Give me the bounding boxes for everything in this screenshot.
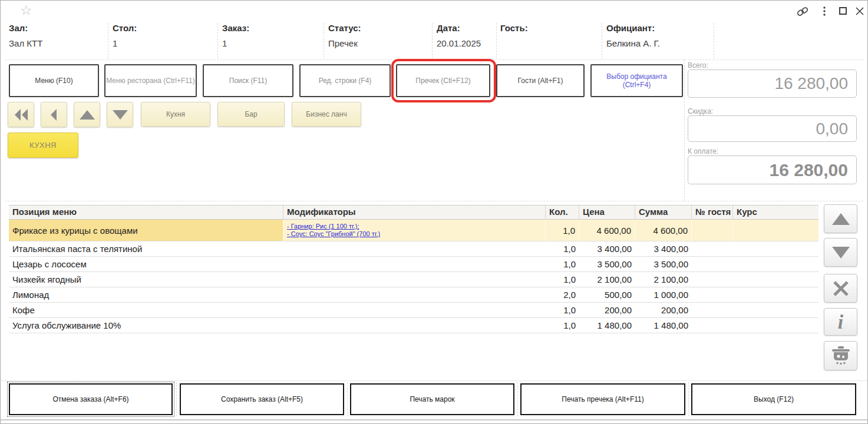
- triangle-up-icon: [831, 211, 851, 227]
- table-row[interactable]: Цезарь с лососем1,03 500,003 500,00: [9, 257, 819, 272]
- field-waiter: Официант: Белкина А. Г.: [606, 23, 660, 48]
- modifiers-cell: [283, 257, 546, 271]
- precheck-button[interactable]: Пречек (Ctl+F12): [396, 64, 490, 97]
- send-to-kitchen-button[interactable]: [824, 341, 857, 370]
- table-row[interactable]: Кофе1,0200,00200,00: [9, 303, 819, 318]
- bottom-separator: [176, 382, 177, 416]
- info-icon: i: [838, 312, 843, 332]
- nav-prev-button[interactable]: [41, 102, 67, 127]
- restaurant-menu-button[interactable]: Меню ресторана (Ctrl+F11): [104, 64, 197, 97]
- price-value: 3 500,00: [579, 257, 635, 271]
- qty-value: 1,0: [546, 257, 579, 271]
- column-header-menu-item[interactable]: Позиция меню: [9, 206, 283, 219]
- row-move-down-button[interactable]: [824, 238, 857, 267]
- column-header-guest[interactable]: № гостя: [692, 206, 733, 219]
- sum-value: 3 400,00: [635, 241, 692, 256]
- save-order-button[interactable]: Сохранить заказ (Alt+F5): [180, 383, 344, 415]
- maximize-button[interactable]: [838, 6, 848, 16]
- course-value: [733, 272, 819, 287]
- modifier-link[interactable]: - Соус: Соус "Грибной" (700 тг.): [287, 230, 380, 238]
- column-header-sum[interactable]: Сумма: [635, 206, 692, 219]
- menu-item-name: Кофе: [9, 303, 283, 317]
- column-header-modifiers[interactable]: Модификаторы: [283, 206, 546, 219]
- select-waiter-button[interactable]: Выбор официанта (Ctrl+F4): [590, 64, 683, 97]
- order-label: Заказ:: [222, 23, 249, 33]
- menu-item-name: Цезарь с лососем: [9, 257, 283, 271]
- menu-item-name: Итальянская паста с телятиной: [9, 241, 283, 256]
- field-separator: [714, 23, 714, 58]
- hall-label: Зал:: [9, 23, 42, 33]
- delete-row-button[interactable]: [824, 274, 857, 303]
- price-value: 200,00: [579, 303, 635, 317]
- modifiers-cell: [283, 287, 546, 302]
- order-table: Позиция меню Модификаторы Кол. Цена Сумм…: [9, 205, 819, 333]
- table-row[interactable]: Услуга обслуживание 10%1,01 480,001 480,…: [9, 318, 819, 333]
- menu-item-name: Фрикасе из курицы с овощами: [9, 220, 283, 241]
- modifiers-cell: [283, 272, 546, 287]
- field-separator: [432, 23, 433, 58]
- column-header-course[interactable]: Курс: [733, 206, 819, 219]
- table-row[interactable]: Лимонад2,0500,001 000,00: [9, 287, 819, 303]
- cancel-order-button[interactable]: Отмена заказа (Alt+F6): [9, 383, 173, 415]
- close-button[interactable]: [854, 5, 865, 17]
- course-value: [733, 303, 819, 317]
- info-button[interactable]: i: [824, 308, 857, 336]
- waiter-value: Белкина А. Г.: [606, 38, 660, 48]
- bottom-bar-divider: [1, 380, 868, 381]
- field-hall: Зал: Зал КТТ: [9, 23, 42, 48]
- menu-button[interactable]: Меню (F10): [9, 64, 99, 97]
- modifier-link[interactable]: - Гарнир: Рис (1 100 тг.);: [287, 223, 359, 230]
- category-kitchen-button[interactable]: Кухня: [141, 102, 210, 127]
- sum-value: 2 100,00: [635, 272, 692, 287]
- nav-first-button[interactable]: [8, 102, 34, 127]
- payable-input[interactable]: 16 280,00: [688, 155, 857, 184]
- guests-button[interactable]: Гости (Alt+F1): [496, 64, 585, 97]
- discount-input[interactable]: 0,00: [688, 115, 857, 142]
- table-row[interactable]: Итальянская паста с телятиной1,03 400,00…: [9, 241, 819, 257]
- status-value: Пречек: [328, 38, 361, 48]
- qty-value: 2,0: [546, 287, 579, 302]
- bottom-separator: [347, 382, 348, 416]
- more-menu-button[interactable]: [820, 5, 829, 17]
- exit-button[interactable]: Выход (F12): [691, 383, 856, 415]
- column-header-price[interactable]: Цена: [579, 206, 635, 219]
- favorite-star-icon[interactable]: ☆: [20, 4, 32, 17]
- order-table-body: Фрикасе из курицы с овощами- Гарнир: Рис…: [9, 220, 819, 333]
- left-arrow-icon: [47, 107, 62, 122]
- edit-row-button[interactable]: Ред. строки (F4): [299, 64, 391, 97]
- group-separator: [5, 201, 863, 201]
- link-button[interactable]: [796, 5, 810, 17]
- down-arrow-icon: [111, 108, 129, 122]
- active-category-kitchen-button[interactable]: КУХНЯ: [8, 132, 78, 158]
- field-table: Стол: 1: [113, 23, 137, 48]
- price-value: 1 480,00: [579, 318, 635, 333]
- row-move-up-button[interactable]: [824, 204, 857, 233]
- print-marks-button[interactable]: Печать марок: [350, 383, 514, 415]
- field-separator: [602, 23, 602, 58]
- cooking-pot-icon: [830, 346, 852, 366]
- table-row[interactable]: Чизкейк ягодный1,02 100,002 100,00: [9, 272, 819, 287]
- nav-up-button[interactable]: [74, 102, 100, 127]
- bottom-separator: [688, 382, 689, 416]
- total-label: Всего:: [688, 61, 708, 69]
- category-business-lunch-button[interactable]: Бизнес ланч: [292, 102, 361, 127]
- menu-item-name: Чизкейк ягодный: [9, 272, 283, 287]
- category-bar-button[interactable]: Бар: [217, 102, 285, 127]
- price-value: 2 100,00: [579, 272, 635, 287]
- table-row[interactable]: Фрикасе из курицы с овощами- Гарнир: Рис…: [9, 220, 819, 241]
- modifiers-cell: - Гарнир: Рис (1 100 тг.);- Соус: Соус "…: [283, 220, 546, 241]
- pos-order-window: ☆ Зал: Зал КТТ Стол: 1 Заказ: 1 Статус: [0, 0, 868, 424]
- table-label: Стол:: [113, 23, 137, 33]
- field-separator: [324, 23, 324, 58]
- total-input[interactable]: 16 280,00: [688, 69, 857, 98]
- more-dots-icon: [823, 6, 826, 16]
- sum-value: 200,00: [635, 303, 692, 317]
- status-label: Статус:: [328, 23, 361, 33]
- price-value: 3 400,00: [579, 241, 635, 256]
- link-icon: [797, 6, 808, 17]
- search-button[interactable]: Поиск (F11): [203, 64, 293, 97]
- nav-down-button[interactable]: [107, 102, 133, 127]
- category-label: Бар: [245, 110, 257, 118]
- column-header-qty[interactable]: Кол.: [546, 206, 579, 219]
- print-precheck-button[interactable]: Печать пречека (Alt+F11): [520, 383, 685, 415]
